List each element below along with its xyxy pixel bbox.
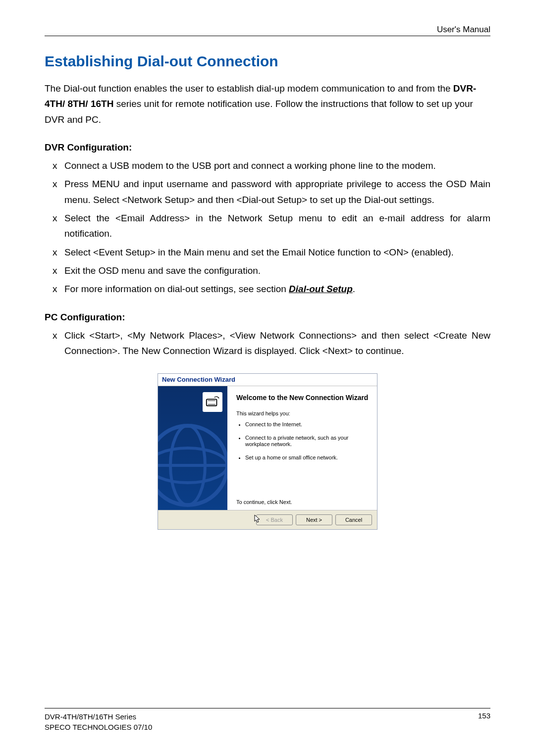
wizard-footer: < Back Next > Cancel [158,510,377,529]
dvr-list: Connect a USB modem to the USB port and … [45,158,490,297]
footer-left: DVR-4TH/8TH/16TH Series SPECO TECHNOLOGI… [45,711,152,732]
svg-rect-0 [207,400,217,406]
list-item: Click <Start>, <My Network Places>, <Vie… [64,328,490,359]
cancel-button[interactable]: Cancel [335,514,372,525]
page-number: 153 [478,711,490,720]
dvr-last-pre: For more information on dial-out setting… [64,284,289,294]
intro-pre: The Dial-out function enables the user t… [45,83,453,94]
list-item: Press MENU and input username and passwo… [64,176,490,207]
dial-out-setup-link[interactable]: Dial-out Setup [289,284,353,294]
page-header: User's Manual [45,25,490,36]
wizard-bullets: Connect to the Internet. Connect to a pr… [236,421,369,468]
page-footer: DVR-4TH/8TH/16TH Series SPECO TECHNOLOGI… [45,708,490,732]
dvr-last-post: . [353,284,355,294]
list-item: For more information on dial-out setting… [64,281,490,297]
back-button: < Back [256,514,293,525]
modem-icon [203,392,222,412]
list-item: Select <Event Setup> in the Main menu an… [64,245,490,260]
globe-icon [158,421,227,510]
list-item: Select the <Email Address> in the Networ… [64,210,490,242]
wizard-helps: This wizard helps you: [236,410,369,416]
wizard-body: Welcome to the New Connection Wizard Thi… [158,386,377,510]
wizard-bullet: Connect to the Internet. [245,421,369,428]
wizard-main: Welcome to the New Connection Wizard Thi… [227,386,377,510]
new-connection-wizard: New Connection Wizard Wel [158,373,377,530]
pc-heading: PC Configuration: [45,312,490,323]
list-item: Connect a USB modem to the USB port and … [64,158,490,173]
wizard-bullet: Connect to a private network, such as yo… [245,435,369,448]
footer-line1: DVR-4TH/8TH/16TH Series [45,711,152,722]
page-title: Establishing Dial-out Connection [45,53,490,70]
wizard-sidebar [158,386,227,510]
document-page: User's Manual Establishing Dial-out Conn… [0,0,535,550]
header-right-text: User's Manual [437,25,490,34]
wizard-bullet: Set up a home or small office network. [245,454,369,461]
footer-line2: SPECO TECHNOLOGIES 07/10 [45,722,152,732]
wizard-titlebar: New Connection Wizard [158,374,377,386]
wizard-continue: To continue, click Next. [236,499,369,505]
intro-paragraph: The Dial-out function enables the user t… [45,81,490,127]
list-item: Exit the OSD menu and save the configura… [64,263,490,278]
pc-list: Click <Start>, <My Network Places>, <Vie… [45,328,490,359]
next-button[interactable]: Next > [296,514,332,525]
modem-icon-svg [205,395,220,409]
wizard-welcome: Welcome to the New Connection Wizard [236,393,369,402]
dvr-heading: DVR Configuration: [45,142,490,153]
